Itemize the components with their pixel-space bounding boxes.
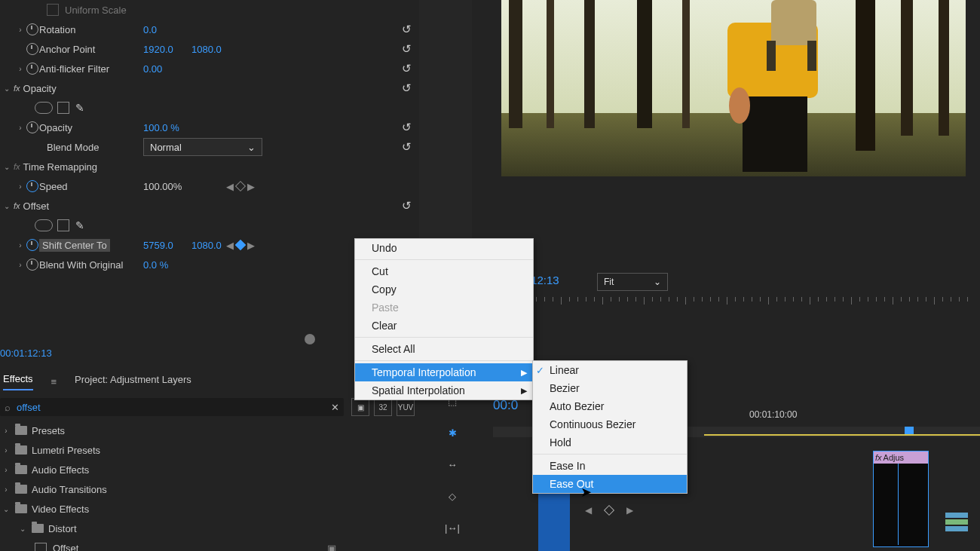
reset-icon[interactable]: ↺	[400, 62, 413, 75]
mask-rect-icon[interactable]	[57, 102, 69, 114]
tree-row[interactable]: ›Lumetri Presets	[2, 440, 419, 460]
reset-icon[interactable]: ↺	[400, 199, 413, 213]
tree-label: Audio Effects	[32, 464, 89, 476]
svg-point-15	[729, 87, 750, 124]
timeline-workarea[interactable]	[704, 434, 980, 436]
track-display-icon[interactable]	[944, 511, 969, 534]
track-select-icon[interactable]: ↔	[443, 455, 461, 473]
stopwatch-icon[interactable]	[26, 239, 39, 251]
tree-row[interactable]: ›Audio Effects	[2, 460, 419, 479]
blend-mode-dropdown[interactable]: Normal ⌄	[143, 138, 262, 156]
expand-icon[interactable]: ›	[15, 124, 26, 132]
tree-label: Offset	[53, 543, 78, 552]
menu-item[interactable]: Undo	[355, 239, 533, 257]
svg-rect-14	[807, 41, 816, 71]
tree-leaf[interactable]: Offset ▣	[2, 538, 336, 551]
menu-item[interactable]: Temporal Interpolation▶	[355, 363, 533, 381]
menu-item[interactable]: Bezier	[533, 379, 687, 397]
timeline-timecode[interactable]: 00:0	[493, 398, 518, 413]
reset-icon[interactable]: ↺	[400, 23, 413, 36]
tree-row[interactable]: ⌄Distort	[2, 519, 419, 538]
menu-item-label: Ease In	[550, 460, 585, 472]
anchor-y-value[interactable]: 1080.0	[191, 44, 222, 55]
shift-x-value[interactable]: 5759.0	[143, 240, 173, 251]
keyframe-nav[interactable]: ◀▶	[226, 181, 255, 192]
scroll-knob[interactable]	[305, 334, 315, 344]
blend-with-value[interactable]: 0.0 %	[143, 259, 168, 271]
antiflicker-value[interactable]: 0.00	[143, 63, 162, 75]
slip-tool-icon[interactable]: |↔|	[443, 519, 461, 537]
tab-project[interactable]: Project: Adjustment Layers	[75, 374, 191, 390]
tree-row[interactable]: ›Presets	[2, 421, 419, 440]
menu-item[interactable]: Hold	[533, 433, 687, 452]
tab-effects[interactable]: Effects	[3, 373, 33, 390]
shift-y-value[interactable]: 1080.0	[191, 240, 222, 251]
stopwatch-icon[interactable]	[26, 63, 39, 75]
program-ruler[interactable]	[478, 297, 978, 309]
expand-icon[interactable]: ›	[15, 26, 26, 34]
menu-item[interactable]: Ease In	[533, 457, 687, 475]
razor-tool-icon[interactable]: ◇	[443, 487, 461, 505]
opacity-value[interactable]: 100.0 %	[143, 122, 179, 133]
menu-item[interactable]: Ease Out	[533, 475, 687, 493]
menu-item[interactable]: Cut	[355, 262, 533, 280]
pen-icon[interactable]: ✎	[75, 219, 84, 231]
fx-badge[interactable]: fx	[14, 162, 20, 171]
yuv-filter-icon[interactable]: YUV	[397, 398, 415, 416]
menu-item[interactable]: Clear	[355, 317, 533, 335]
rotation-value[interactable]: 0.0	[143, 24, 157, 35]
search-input[interactable]	[15, 401, 326, 414]
stopwatch-icon[interactable]	[26, 23, 39, 35]
mask-rect-icon[interactable]	[57, 219, 69, 231]
stopwatch-icon[interactable]	[26, 121, 39, 133]
expand-icon[interactable]: ›	[15, 182, 26, 191]
svg-rect-9	[939, 0, 949, 136]
menu-item-label: Continuous Bezier	[550, 418, 635, 430]
panel-menu-icon[interactable]: ≡	[51, 376, 57, 387]
tree-row[interactable]: ›Audio Transitions	[2, 479, 419, 499]
expand-icon[interactable]: ›	[15, 241, 26, 249]
context-menu: UndoCutCopyPasteClearSelect AllTemporal …	[354, 238, 534, 400]
speed-value[interactable]: 100.00%	[143, 181, 182, 192]
expand-icon[interactable]: ›	[15, 65, 26, 73]
fx-badge[interactable]: fx	[14, 201, 20, 210]
reset-icon[interactable]: ↺	[400, 42, 413, 56]
expand-icon[interactable]: ›	[15, 261, 26, 269]
32bit-filter-icon[interactable]: 32	[374, 398, 392, 416]
mask-ellipse-icon[interactable]	[35, 219, 53, 231]
svg-rect-3	[547, 0, 554, 128]
pen-icon[interactable]: ✎	[75, 102, 84, 114]
stopwatch-icon[interactable]	[26, 43, 39, 55]
zoom-dropdown[interactable]: Fit⌄	[597, 273, 668, 291]
stopwatch-icon[interactable]	[26, 259, 39, 271]
tree-row[interactable]: ⌄Video Effects	[2, 499, 419, 519]
timeline-clip-adjustment[interactable]: fxAdjus	[873, 451, 929, 547]
clear-search-icon[interactable]: ✕	[331, 402, 339, 413]
mask-ellipse-icon[interactable]	[35, 102, 53, 114]
fx-badge-filter-icon[interactable]: ▣	[351, 398, 369, 416]
search-icon: ⌕	[5, 402, 11, 413]
fx-badge[interactable]: fx	[14, 84, 20, 93]
accelerated-icon: ▣	[327, 543, 336, 552]
menu-item[interactable]: Select All	[355, 340, 533, 358]
collapse-icon[interactable]: ⌄	[2, 84, 12, 93]
timeline-keyframe-nav[interactable]: ◀▶	[585, 505, 633, 516]
snap-icon[interactable]: ✱	[443, 424, 461, 442]
keyframe-nav[interactable]: ◀▶	[226, 240, 255, 251]
menu-item[interactable]: ✓Linear	[533, 361, 687, 379]
reset-icon[interactable]: ↺	[400, 81, 413, 95]
reset-icon[interactable]: ↺	[400, 121, 413, 134]
menu-item[interactable]: Continuous Bezier	[533, 415, 687, 433]
timecode-display[interactable]: 00:01:12:13	[0, 347, 52, 359]
collapse-icon[interactable]: ⌄	[2, 163, 12, 171]
collapse-icon[interactable]: ⌄	[2, 202, 12, 210]
stopwatch-icon[interactable]	[26, 180, 39, 192]
anchor-x-value[interactable]: 1920.0	[143, 44, 173, 55]
menu-item[interactable]: Copy	[355, 280, 533, 298]
reset-icon[interactable]: ↺	[400, 140, 413, 154]
program-monitor[interactable]	[501, 0, 966, 176]
menu-item[interactable]: Spatial Interpolation▶	[355, 381, 533, 399]
checkbox-uniform-scale[interactable]	[47, 4, 59, 16]
search-box[interactable]: ⌕ ✕	[0, 398, 344, 416]
menu-item[interactable]: Auto Bezier	[533, 397, 687, 415]
